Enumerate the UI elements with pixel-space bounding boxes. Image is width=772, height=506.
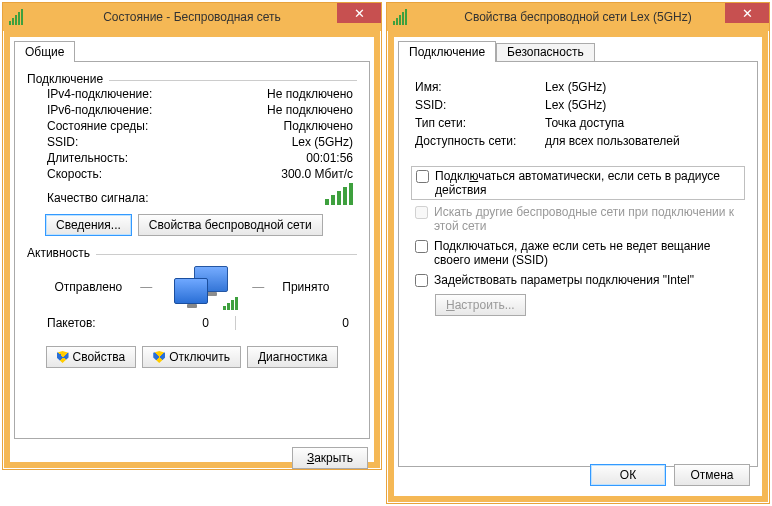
- shield-icon: [57, 351, 69, 363]
- properties-button[interactable]: Свойства: [46, 346, 137, 368]
- ssid-label: SSID:: [47, 135, 78, 149]
- name-value: Lex (5GHz): [545, 80, 606, 94]
- ssid-value: Lex (5GHz): [545, 98, 606, 112]
- name-label: Имя:: [415, 80, 545, 94]
- tab-connection[interactable]: Подключение: [398, 41, 496, 62]
- group-activity-title: Активность: [27, 246, 90, 260]
- titlebar[interactable]: Состояние - Беспроводная сеть ✕: [3, 3, 381, 31]
- look-other-checkbox: [415, 206, 428, 219]
- packets-sent-value: 0: [96, 316, 235, 330]
- close-button[interactable]: ✕: [725, 3, 769, 23]
- details-button[interactable]: Сведения...: [45, 214, 132, 236]
- tab-general[interactable]: Общие: [14, 41, 75, 62]
- look-other-label: Искать другие беспроводные сети при подк…: [434, 205, 741, 233]
- network-type-label: Тип сети:: [415, 116, 545, 130]
- speed-label: Скорость:: [47, 167, 102, 181]
- sent-label: Отправлено: [55, 280, 123, 294]
- activity-icon: [170, 266, 234, 308]
- status-window: Состояние - Беспроводная сеть ✕ Общие По…: [2, 2, 382, 470]
- close-icon: ✕: [742, 6, 753, 21]
- packets-label: Пакетов:: [47, 316, 96, 330]
- intel-params-label: Задействовать параметры подключения "Int…: [434, 273, 694, 287]
- ipv4-label: IPv4-подключение:: [47, 87, 152, 101]
- availability-value: для всех пользователей: [545, 134, 680, 148]
- properties-window: Свойства беспроводной сети Lex (5GHz) ✕ …: [386, 2, 770, 504]
- shield-icon: [153, 351, 165, 363]
- signal-quality-label: Качество сигнала:: [47, 191, 148, 205]
- auto-connect-row[interactable]: Подключаться автоматически, если сеть в …: [411, 166, 745, 200]
- duration-value: 00:01:56: [306, 151, 353, 165]
- media-label: Состояние среды:: [47, 119, 148, 133]
- signal-quality-icon: [325, 183, 353, 205]
- client-area: Подключение Безопасность Имя:Lex (5GHz) …: [394, 37, 762, 496]
- auto-connect-checkbox[interactable]: [416, 170, 429, 183]
- signal-icon: [393, 9, 411, 25]
- network-type-value: Точка доступа: [545, 116, 624, 130]
- window-title: Свойства беспроводной сети Lex (5GHz): [411, 10, 769, 24]
- auto-connect-label: Подключаться автоматически, если сеть в …: [435, 169, 740, 197]
- close-button[interactable]: ✕: [337, 3, 381, 23]
- signal-icon: [9, 9, 27, 25]
- close-dialog-button[interactable]: Закрыть: [292, 447, 368, 469]
- availability-label: Доступность сети:: [415, 134, 545, 148]
- window-frame: Общие Подключение IPv4-подключение:Не по…: [4, 31, 380, 468]
- group-activity: Активность Отправлено — — Принято: [27, 246, 357, 330]
- ssid-label: SSID:: [415, 98, 545, 112]
- speed-value: 300.0 Мбит/с: [281, 167, 353, 181]
- diagnose-button[interactable]: Диагностика: [247, 346, 339, 368]
- configure-button: Настроить...: [435, 294, 526, 316]
- ipv6-value: Не подключено: [267, 103, 353, 117]
- close-icon: ✕: [354, 6, 365, 21]
- hidden-ssid-row[interactable]: Подключаться, даже если сеть не ведет ве…: [411, 236, 745, 270]
- hidden-ssid-label: Подключаться, даже если сеть не ведет ве…: [434, 239, 741, 267]
- cancel-button[interactable]: Отмена: [674, 464, 750, 486]
- look-other-row: Искать другие беспроводные сети при подк…: [411, 202, 745, 236]
- duration-label: Длительность:: [47, 151, 128, 165]
- intel-params-row[interactable]: Задействовать параметры подключения "Int…: [411, 270, 745, 290]
- wireless-properties-button[interactable]: Свойства беспроводной сети: [138, 214, 323, 236]
- tab-body: Имя:Lex (5GHz) SSID:Lex (5GHz) Тип сети:…: [398, 61, 758, 467]
- packets-recv-value: 0: [236, 316, 349, 330]
- intel-params-checkbox[interactable]: [415, 274, 428, 287]
- hidden-ssid-checkbox[interactable]: [415, 240, 428, 253]
- client-area: Общие Подключение IPv4-подключение:Не по…: [10, 37, 374, 462]
- media-value: Подключено: [284, 119, 353, 133]
- tab-security[interactable]: Безопасность: [496, 43, 595, 62]
- ssid-value: Lex (5GHz): [292, 135, 353, 149]
- group-connection-title: Подключение: [27, 72, 103, 86]
- ipv4-value: Не подключено: [267, 87, 353, 101]
- ipv6-label: IPv6-подключение:: [47, 103, 152, 117]
- window-frame: Подключение Безопасность Имя:Lex (5GHz) …: [388, 31, 768, 502]
- ok-button[interactable]: ОК: [590, 464, 666, 486]
- window-title: Состояние - Беспроводная сеть: [27, 10, 381, 24]
- tab-body: Подключение IPv4-подключение:Не подключе…: [14, 61, 370, 439]
- disable-button[interactable]: Отключить: [142, 346, 241, 368]
- titlebar[interactable]: Свойства беспроводной сети Lex (5GHz) ✕: [387, 3, 769, 31]
- group-connection: Подключение IPv4-подключение:Не подключе…: [27, 72, 357, 240]
- received-label: Принято: [282, 280, 329, 294]
